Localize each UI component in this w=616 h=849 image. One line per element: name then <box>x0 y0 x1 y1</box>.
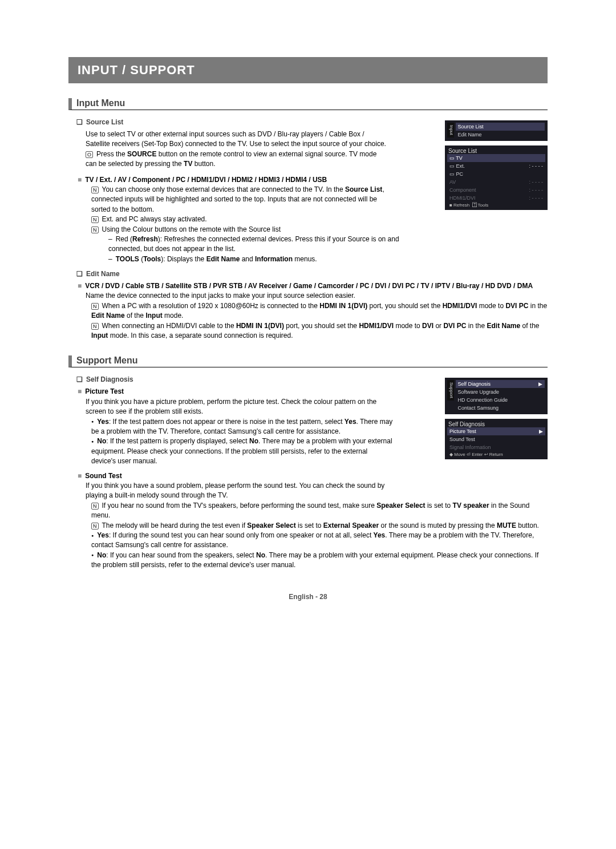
osd-item-hdmi1: HDMI1/DVI : - - - - <box>447 194 545 202</box>
osd-item-tv: ▭ TV <box>447 154 545 162</box>
square-icon <box>78 176 85 184</box>
osd-pc-label: PC <box>456 171 464 177</box>
osd-item-source-list: Source List <box>456 123 545 131</box>
osd-item-picture-test: Picture Test ▶ <box>447 427 545 435</box>
page-banner: INPUT / SUPPORT <box>68 57 548 83</box>
osd-self-diag-label: Self Diagnosis <box>458 381 491 387</box>
square-icon-4 <box>78 472 85 480</box>
osd-item-component: Component : - - - - <box>447 186 545 194</box>
osd-item-signal-info: Signal Information <box>447 443 545 451</box>
heading-source-list: Source List <box>76 118 123 126</box>
osd-footer-refresh: Refresh <box>453 203 469 208</box>
osd-footer-tools: Tools <box>478 203 489 208</box>
sound-yes: Yes: If during the sound test you can he… <box>91 531 548 551</box>
osd-picture-test-label: Picture Test <box>449 428 476 434</box>
edit-name-note1: When a PC with a resolution of 1920 x 10… <box>91 301 548 321</box>
osd-self-diag-footer: ◆ Move ⏎ Enter ↩ Return <box>447 451 505 458</box>
osd-item-ext: ▭ Ext. : - - - - <box>447 162 545 170</box>
osd-av-val: : - - - - <box>529 179 544 185</box>
osd-ext-label: Ext. <box>456 163 465 169</box>
note-tv-ext-3: Using the Colour buttons on the remote w… <box>91 225 394 235</box>
section-input-menu: Input Menu <box>68 98 548 110</box>
section-support-menu: Support Menu <box>68 355 548 367</box>
page-footer: English - 28 <box>68 593 548 601</box>
edit-name-devices: VCR / DVD / Cable STB / Satellite STB / … <box>85 282 533 290</box>
osd-side-label-input: Input <box>447 123 454 138</box>
edit-name-note2: When connecting an HDMI/DVI cable to the… <box>91 321 548 341</box>
picture-no: No: If the test pattern is properly disp… <box>91 436 394 466</box>
osd-comp-val: : - - - - <box>529 187 544 193</box>
osd-item-contact: Contact Samsung <box>456 404 545 412</box>
heading-tv-ext: TV / Ext. / AV / Component / PC / HDMI1/… <box>85 176 327 184</box>
osd-comp-label: Component <box>449 187 476 193</box>
osd-source-footer: ■ Refresh 🅃 Tools <box>447 201 491 209</box>
text-press-source: Press the SOURCE button on the remote co… <box>86 149 388 169</box>
picture-yes: Yes: If the test pattern does not appear… <box>91 417 394 437</box>
osd-source-list-title: Source List <box>447 147 478 155</box>
osd-input-menu: Input Source List Edit Name <box>445 120 548 141</box>
osd-item-sound-test: Sound Test <box>447 435 545 443</box>
note-tv-ext-1: You can choose only those external devic… <box>91 185 394 215</box>
heading-self-diag: Self Diagnosis <box>76 375 133 383</box>
osd-tv-label: TV <box>456 155 463 161</box>
osd-item-hd-guide: HD Connection Guide <box>456 396 545 404</box>
osd-hdmi-label: HDMI1/DVI <box>449 195 476 201</box>
osd-panels-input: Input Source List Edit Name Source List … <box>445 120 548 215</box>
osd-hdmi-val: : - - - - <box>529 195 544 201</box>
osd-support-menu: Support Self Diagnosis ▶ Software Upgrad… <box>445 378 548 414</box>
heading-picture-test: Picture Test <box>85 387 124 395</box>
sound-note1: If you hear no sound from the TV's speak… <box>91 501 548 521</box>
osd-item-edit-name: Edit Name <box>456 131 545 139</box>
sound-test-body: If you think you have a sound problem, p… <box>86 481 405 501</box>
sound-note2: The melody will be heard during the test… <box>91 521 548 531</box>
osd-ext-val: : - - - - <box>529 163 544 169</box>
square-icon-2 <box>78 282 85 290</box>
heading-edit-name: Edit Name <box>76 270 120 278</box>
osd-side-label-support: Support <box>447 380 454 401</box>
osd-self-diag-title: Self Diagnosis <box>447 420 486 428</box>
osd-source-list: Source List ▭ TV ▭ Ext. : - - - - ▭ PC A… <box>445 145 548 210</box>
text-source-list-body: Use to select TV or other external input… <box>86 130 388 149</box>
sound-no: No: If you can hear sound from the speak… <box>91 551 548 571</box>
osd-panels-support: Support Self Diagnosis ▶ Software Upgrad… <box>445 378 548 464</box>
osd-item-sw-upgrade: Software Upgrade <box>456 388 545 396</box>
osd-item-pc: ▭ PC <box>447 170 545 178</box>
note-tools: TOOLS (Tools): Displays the Edit Name an… <box>108 254 411 264</box>
osd-item-av: AV : - - - - <box>447 178 545 186</box>
heading-sound-test: Sound Test <box>85 472 121 480</box>
picture-test-body: If you think you have a picture problem,… <box>86 397 388 417</box>
osd-av-label: AV <box>449 179 456 185</box>
note-red: Red (Refresh): Refreshes the connected e… <box>108 235 411 254</box>
osd-item-self-diag: Self Diagnosis ▶ <box>456 380 545 388</box>
osd-self-diag-panel: Self Diagnosis Picture Test ▶ Sound Test… <box>445 419 548 459</box>
square-icon-3 <box>78 387 85 395</box>
edit-name-body: Name the device connected to the input j… <box>86 291 548 301</box>
note-tv-ext-2: Ext. and PC always stay activated. <box>91 215 394 224</box>
